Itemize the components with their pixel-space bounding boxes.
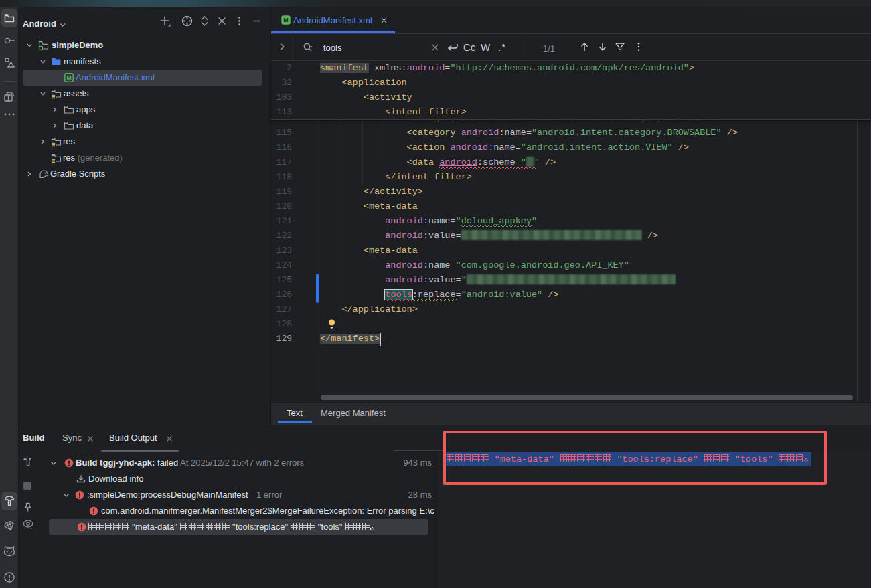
svg-text:M: M: [66, 74, 71, 81]
svg-text:M: M: [283, 17, 289, 23]
